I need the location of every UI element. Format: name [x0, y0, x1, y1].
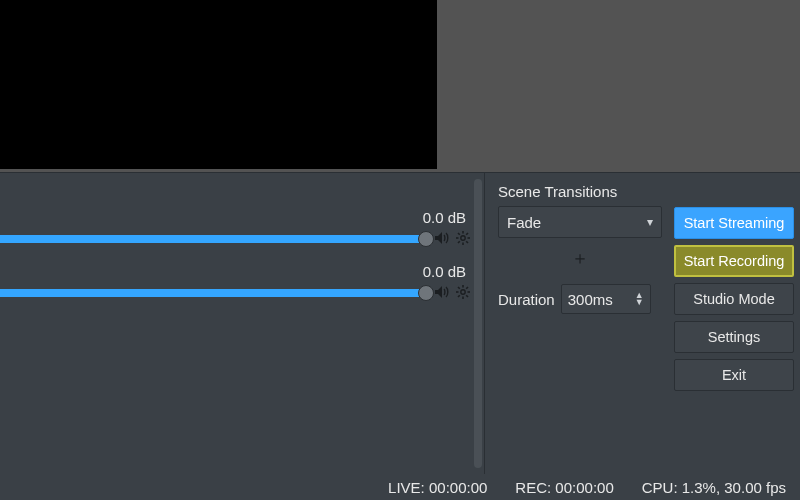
svg-line-6 — [466, 241, 468, 243]
volume-slider-thumb[interactable] — [418, 285, 434, 301]
studio-mode-button[interactable]: Studio Mode — [674, 283, 794, 315]
settings-button[interactable]: Settings — [674, 321, 794, 353]
duration-value: 300ms — [568, 291, 613, 308]
audio-channel: 0.0 dB — [0, 263, 484, 317]
svg-point-9 — [461, 290, 465, 294]
scene-transitions-title: Scene Transitions — [498, 183, 662, 200]
controls-panel: Start Streaming Start Recording Studio M… — [674, 207, 794, 391]
svg-line-5 — [458, 233, 460, 235]
duration-spinner[interactable]: 300ms ▲▼ — [561, 284, 651, 314]
volume-slider-track[interactable] — [0, 235, 426, 243]
svg-line-14 — [458, 287, 460, 289]
volume-slider-fill — [0, 289, 426, 297]
gear-icon[interactable] — [456, 285, 470, 299]
status-live: LIVE: 00:00:00 — [388, 479, 487, 496]
volume-slider-track[interactable] — [0, 289, 426, 297]
status-bar: LIVE: 00:00:00 REC: 00:00:00 CPU: 1.3%, … — [0, 474, 800, 500]
lower-panel: 0.0 dB 0.0 dB — [0, 172, 800, 474]
spinner-arrows-icon[interactable]: ▲▼ — [635, 292, 644, 306]
status-rec: REC: 00:00:00 — [515, 479, 613, 496]
preview-row — [0, 0, 800, 172]
speaker-icon[interactable] — [434, 231, 450, 245]
audio-channel: 0.0 dB — [0, 209, 484, 263]
audio-db-label: 0.0 dB — [423, 209, 466, 226]
preview-side-area — [437, 0, 800, 172]
gear-icon[interactable] — [456, 231, 470, 245]
volume-slider-fill — [0, 235, 426, 243]
duration-label: Duration — [498, 291, 555, 308]
speaker-icon[interactable] — [434, 285, 450, 299]
start-recording-button[interactable]: Start Recording — [674, 245, 794, 277]
svg-line-15 — [466, 295, 468, 297]
program-preview[interactable] — [0, 0, 437, 169]
svg-line-17 — [458, 295, 460, 297]
transition-select-value: Fade — [507, 214, 541, 231]
audio-mixer: 0.0 dB 0.0 dB — [0, 173, 485, 474]
status-cpu: CPU: 1.3%, 30.00 fps — [642, 479, 786, 496]
exit-button[interactable]: Exit — [674, 359, 794, 391]
add-transition-icon[interactable]: ＋ — [571, 246, 589, 270]
start-streaming-button[interactable]: Start Streaming — [674, 207, 794, 239]
svg-line-7 — [466, 233, 468, 235]
svg-line-8 — [458, 241, 460, 243]
volume-slider-thumb[interactable] — [418, 231, 434, 247]
transition-select[interactable]: Fade ▾ — [498, 206, 662, 238]
chevron-down-icon: ▾ — [647, 215, 653, 229]
scene-transitions-panel: Scene Transitions Fade ▾ ＋ Duration 300m… — [498, 173, 662, 314]
svg-point-0 — [461, 236, 465, 240]
svg-line-16 — [466, 287, 468, 289]
audio-db-label: 0.0 dB — [423, 263, 466, 280]
